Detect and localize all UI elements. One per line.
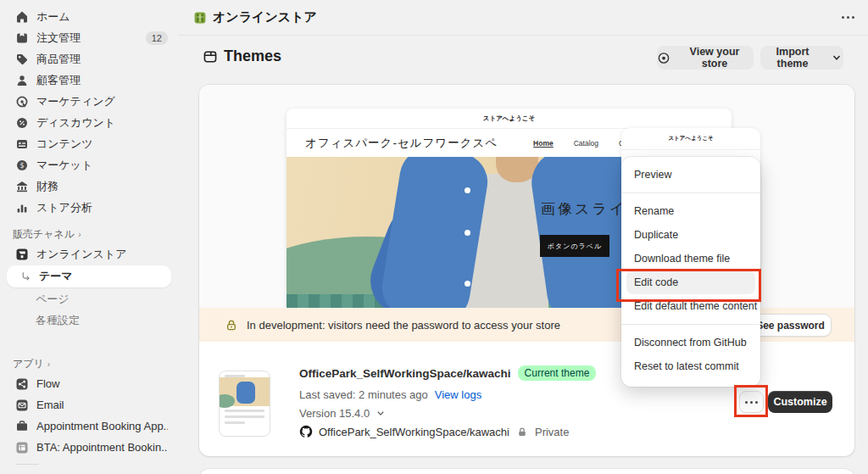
topbar: オンラインストア: [178, 0, 868, 36]
sidebar-item-label: Email: [36, 399, 168, 411]
sidebar: ホーム 注文管理 12 商品管理 顧客管理 マーケティング ディスカウント コン…: [0, 0, 178, 474]
lock-icon: [225, 319, 238, 332]
thumbnail-detail: [225, 415, 264, 418]
menu-item-duplicate[interactable]: Duplicate: [626, 223, 755, 247]
chevron-right-icon: ›: [47, 360, 50, 369]
marketing-icon: [15, 95, 29, 109]
shirt-button: [465, 187, 470, 193]
menu-item-edit-code[interactable]: Edit code: [626, 270, 755, 294]
appointment-app-icon: [15, 420, 29, 433]
sidebar-item-label: ストア分析: [36, 200, 168, 215]
bta-app-icon: [15, 441, 29, 454]
menu-item-rename[interactable]: Rename: [626, 199, 755, 223]
menu-item-edit-default-theme-content[interactable]: Edit default theme content: [626, 294, 755, 318]
sidebar-item-label: 商品管理: [36, 52, 168, 67]
products-icon: [15, 53, 29, 66]
menu-item-download-theme-file[interactable]: Download theme file: [626, 247, 755, 270]
nested-arrow-icon: [20, 271, 31, 282]
sidebar-item-label: ディスカウント: [36, 115, 168, 131]
sidebar-item-finance[interactable]: 財務: [0, 176, 178, 197]
online-store-green-icon: [193, 9, 207, 26]
sidebar-item-preferences[interactable]: 各種設定: [0, 309, 178, 331]
sidebar-item-label: 注文管理: [36, 31, 138, 46]
home-icon: [15, 10, 29, 24]
orders-count-badge: 12: [146, 31, 168, 45]
sidebar-item-discounts[interactable]: ディスカウント: [0, 112, 178, 133]
sidebar-item-products[interactable]: 商品管理: [0, 48, 178, 70]
orders-icon: [15, 31, 29, 45]
preview-store-name: オフィスパーク-セルフワークスペ: [305, 136, 498, 151]
preview-nav-catalog: Catalog: [574, 139, 598, 148]
sidebar-item-themes-selected[interactable]: テーマ: [7, 265, 171, 287]
sidebar-divider: [15, 464, 39, 465]
sidebar-item-flow[interactable]: Flow: [0, 373, 178, 394]
sidebar-item-label: ホーム: [36, 9, 168, 25]
sales-channels-header[interactable]: 販売チャネル›: [0, 225, 178, 243]
thumbnail-detail: [225, 421, 245, 424]
discounts-icon: [15, 116, 29, 130]
theme-actions-menu: Preview Rename Duplicate Download theme …: [621, 157, 760, 387]
chevron-down-icon: [830, 53, 843, 62]
sidebar-item-label: Flow: [36, 377, 168, 390]
finance-icon: [15, 180, 29, 193]
analytics-icon: [15, 201, 29, 215]
sidebar-item-pages[interactable]: ページ: [0, 288, 178, 309]
themes-heading: Themes: [203, 47, 281, 65]
shirt-button: [465, 281, 470, 287]
lock-icon: [515, 427, 529, 438]
sidebar-item-label: コンテンツ: [36, 137, 168, 152]
markets-icon: $: [15, 159, 29, 172]
sidebar-item-content[interactable]: コンテンツ: [0, 133, 178, 154]
repo-name: OfficePark_SelfWorkingSpace/kawachi: [319, 426, 509, 438]
preview-announcement-bar: ストアへようこそ: [287, 109, 732, 129]
sidebar-item-label: 各種設定: [36, 313, 168, 328]
preview-hero-title: 画像スライ: [541, 199, 626, 219]
preview-announcement-bar: ストアへようこそ: [621, 128, 760, 150]
version-selector[interactable]: Version 15.4.0: [299, 407, 387, 420]
apps-header[interactable]: アプリ›: [0, 354, 178, 373]
customers-icon: [15, 74, 29, 87]
sidebar-item-appointment-booking[interactable]: Appointment Booking App...: [0, 415, 178, 437]
visibility-label: Private: [535, 426, 569, 438]
sidebar-item-label: オンラインストア: [36, 247, 168, 262]
shirt-button: [465, 230, 470, 236]
preview-nav-home: Home: [533, 139, 554, 148]
sidebar-item-orders[interactable]: 注文管理 12: [0, 27, 178, 48]
storefront-icon: [15, 248, 29, 261]
menu-item-disconnect-from-github[interactable]: Disconnect from GitHub: [626, 331, 755, 354]
sidebar-item-marketing[interactable]: マーケティング: [0, 91, 178, 112]
sidebar-item-analytics[interactable]: ストア分析: [0, 197, 178, 218]
see-password-button[interactable]: See password: [749, 314, 832, 337]
view-logs-link[interactable]: View logs: [435, 388, 481, 401]
sidebar-item-label: Appointment Booking App...: [36, 420, 168, 432]
chevron-right-icon: ›: [78, 230, 81, 239]
sidebar-item-markets[interactable]: $ マーケット: [0, 154, 178, 176]
flow-app-icon: [15, 377, 29, 391]
page-title: オンラインストア: [213, 9, 317, 25]
menu-item-reset-to-latest-commit[interactable]: Reset to latest commit: [626, 354, 755, 378]
sidebar-item-label: 財務: [36, 179, 168, 194]
github-icon: [299, 425, 313, 438]
sidebar-item-bta-booking[interactable]: BTA: Appointment Bookin...: [0, 437, 178, 458]
sidebar-item-online-store[interactable]: オンラインストア: [0, 243, 178, 265]
sidebar-item-label: BTA: Appointment Bookin...: [36, 441, 168, 454]
customize-button[interactable]: Customize: [768, 391, 832, 413]
sidebar-item-label: 顧客管理: [36, 73, 168, 88]
sidebar-item-home[interactable]: ホーム: [0, 6, 178, 27]
sidebar-item-email[interactable]: Email: [0, 394, 178, 415]
theme-name: OfficePark_SelfWorkingSpace/kawachi: [299, 367, 511, 380]
import-theme-button[interactable]: Import theme: [760, 46, 843, 70]
sidebar-item-settings[interactable]: 設定: [0, 471, 178, 474]
svg-text:$: $: [19, 162, 24, 170]
theme-thumbnail: [219, 371, 270, 437]
sidebar-item-customers[interactable]: 顧客管理: [0, 70, 178, 91]
view-your-store-button[interactable]: View your store: [657, 46, 754, 70]
menu-item-preview[interactable]: Preview: [626, 163, 755, 187]
email-app-icon: [15, 399, 29, 412]
theme-library-card-partial: [199, 469, 854, 474]
current-theme-badge: Current theme: [518, 365, 597, 381]
topbar-more-icon[interactable]: [842, 16, 854, 19]
sidebar-item-label: マーケティング: [36, 94, 168, 109]
theme-more-actions-button[interactable]: [739, 391, 764, 413]
preview-hero-button: ボタンのラベル: [540, 235, 609, 257]
